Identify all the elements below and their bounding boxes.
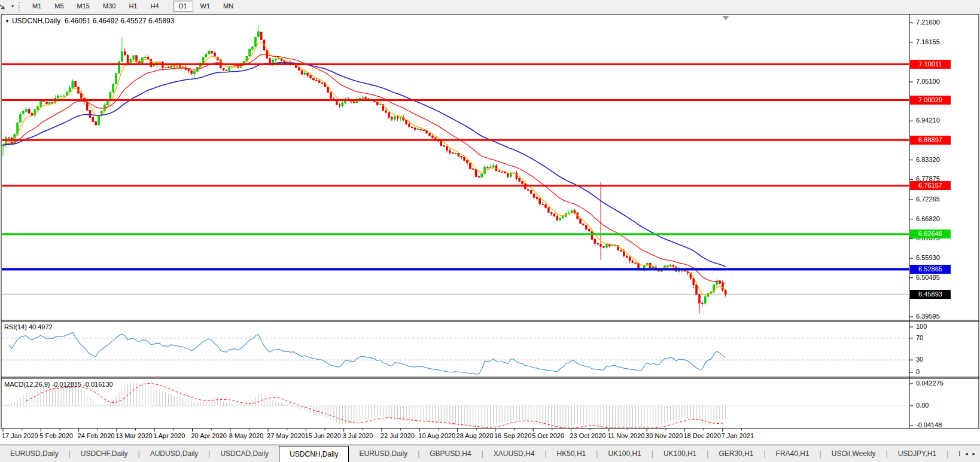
date-axis-label: 13 Mar 2020 — [115, 432, 153, 439]
date-axis-label: 16 Sep 2020 — [494, 432, 531, 439]
tab-hk50-h1[interactable]: HK50,H1 — [547, 445, 596, 462]
price-axis-label: 7.21600 — [916, 19, 940, 26]
macd-axis-label: 0.042275 — [916, 380, 944, 387]
tab-usdcnh-daily[interactable]: USDCNH,Daily — [279, 446, 349, 462]
date-axis-label: 15 Jun 2020 — [305, 432, 341, 439]
date-axis-label: 5 Oct 2020 — [532, 432, 564, 439]
price-axis-label: 6.50485 — [916, 274, 940, 281]
date-axis-label: 10 Aug 2020 — [418, 432, 455, 439]
tab-usdcad-daily[interactable]: USDCAD,Daily — [210, 445, 279, 462]
price-axis-label: 7.16155 — [916, 38, 940, 45]
level-badge: 7.10011 — [910, 60, 951, 69]
tab-usdjpy-h1[interactable]: USDJPY,H1 — [888, 445, 946, 462]
macd-indicator-label: MACD(12,26,9) -0.012815 -0.016130 — [4, 381, 113, 388]
chart-symbol-period: USDCNH,Daily — [12, 17, 60, 25]
price-axis-label: 7.05100 — [916, 78, 940, 85]
date-axis-label: 20 Apr 2020 — [191, 432, 227, 439]
date-axis-label: 8 May 2020 — [229, 432, 263, 439]
price-axis-label: 6.39595 — [916, 313, 940, 320]
date-axis-label: 3 Jul 2020 — [343, 432, 373, 439]
price-axis-label: 6.72265 — [916, 195, 940, 203]
date-axis-label: 7 Jan 2021 — [722, 432, 754, 439]
date-axis-label: 22 Jul 2020 — [381, 432, 415, 439]
date-axis-label: 23 Oct 2020 — [570, 432, 606, 439]
macd-axis-label: 0.00 — [916, 402, 929, 409]
date-axis-label: 11 Nov 2020 — [608, 432, 645, 439]
price-axis-label: 6.83320 — [916, 156, 940, 163]
chart-ohlc-values: 6.46051 6.46492 6.45527 6.45893 — [65, 17, 175, 25]
macd-axis-label: -0.04148 — [916, 421, 942, 429]
date-axis-label: 17 Jan 2020 — [2, 432, 38, 439]
level-badge: 6.88897 — [910, 136, 951, 145]
date-axis-label: 5 Feb 2020 — [39, 432, 73, 439]
chart-title: ▼USDCNH,Daily 6.46051 6.46492 6.45527 6.… — [5, 17, 174, 25]
price-axis-label: 6.55930 — [916, 254, 940, 261]
date-axis-label: 28 Aug 2020 — [456, 432, 494, 439]
date-axis-label: 1 Apr 2020 — [153, 432, 185, 439]
date-axis-label: 27 May 2020 — [267, 432, 305, 439]
tab-uk100-h1[interactable]: UK100,H1 — [598, 445, 651, 462]
tab-audusd-daily[interactable]: AUDUSD,Daily — [140, 445, 209, 462]
rsi-axis-label: 100 — [916, 323, 927, 330]
level-badge: 6.76157 — [910, 181, 951, 190]
tabs-scroll-right-button[interactable]: ▸ — [972, 451, 975, 457]
tab-eurusd-daily[interactable]: EURUSD,Daily — [349, 445, 418, 462]
chart-tabs-bar: EURUSD,Daily|USDCHF,Daily|AUDUSD,Daily|U… — [0, 445, 980, 462]
rsi-axis-label: 0 — [916, 368, 920, 375]
chart-dropdown-icon[interactable]: ▼ — [5, 19, 10, 24]
level-badge: 6.52865 — [910, 265, 951, 274]
tab-ger30-h1[interactable]: GER30,H1 — [708, 445, 763, 462]
rsi-axis-label: 30 — [916, 356, 923, 363]
date-axis-label: 24 Feb 2020 — [78, 432, 115, 439]
tab-dj30-daily[interactable]: DJ30,Daily — [948, 445, 960, 462]
rsi-axis-label: 70 — [916, 334, 923, 341]
tab-eurusd-daily[interactable]: EURUSD,Daily — [0, 445, 69, 462]
tab-usoil-weekly[interactable]: USOil,Weekly — [821, 445, 886, 462]
date-axis-label: 30 Nov 2020 — [646, 432, 683, 439]
rsi-indicator-label: RSI(14) 40.4972 — [4, 323, 53, 331]
chart-canvas[interactable] — [0, 0, 980, 462]
chart-frame — [1, 14, 979, 429]
price-axis-label: 6.66820 — [916, 215, 940, 222]
tab-fra40-h1[interactable]: FRA40,H1 — [766, 445, 820, 462]
price-axis-label: 6.94210 — [916, 117, 940, 124]
current-price-badge: 6.45893 — [910, 290, 951, 299]
tabs-scroll-left-button[interactable]: ◂ — [965, 451, 968, 457]
level-badge: 6.62646 — [910, 230, 951, 238]
trading-platform-window: ▾ M1M5M15M30H1H4D1W1MN ▼USDCNH,Daily 6.4… — [0, 0, 980, 462]
tab-xauusd-h4[interactable]: XAUUSD,H4 — [483, 445, 545, 462]
tab-usdchf-daily[interactable]: USDCHF,Daily — [71, 445, 138, 462]
tab-uk100-h1[interactable]: UK100,H1 — [653, 445, 707, 462]
tab-gbpusd-h4[interactable]: GBPUSD,H4 — [419, 445, 481, 462]
level-badge: 7.00029 — [910, 96, 951, 105]
date-axis-label: 18 Dec 2020 — [683, 432, 720, 439]
